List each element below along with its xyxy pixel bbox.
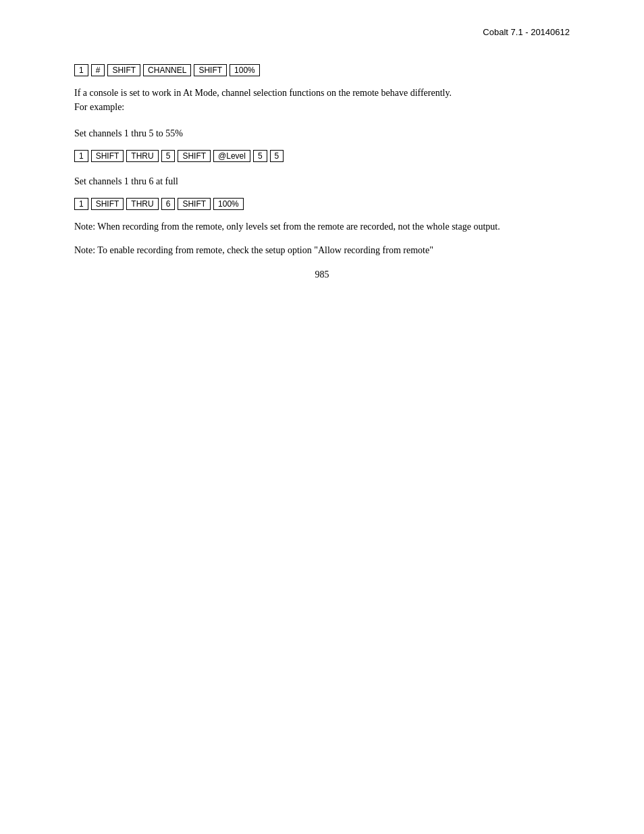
intro-line1: If a console is set to work in At Mode, … — [74, 88, 452, 98]
key-s2-shift2: SHIFT — [178, 198, 211, 210]
key-channel: CHANNEL — [143, 64, 191, 76]
key-s1-5a: 5 — [161, 150, 176, 162]
version-header: Cobalt 7.1 - 20140612 — [74, 27, 570, 37]
key-s1-1: 1 — [74, 150, 88, 162]
key-s2-1: 1 — [74, 198, 88, 210]
key-s1-shift2: SHIFT — [178, 150, 211, 162]
key-hash: # — [91, 64, 105, 76]
key-s2-100pct: 100% — [213, 198, 244, 210]
key-s1-5c: 5 — [270, 150, 284, 162]
key-1: 1 — [74, 64, 88, 76]
key-100pct: 100% — [230, 64, 260, 76]
key-s1-atlevel: @Level — [213, 150, 250, 162]
note2-text: Note: To enable recording from remote, c… — [74, 245, 433, 255]
section2-label: Set channels 1 thru 6 at full — [74, 174, 570, 188]
key-sequence-3: 1 SHIFT THRU 6 SHIFT 100% — [74, 198, 570, 210]
key-shift-2: SHIFT — [194, 64, 227, 76]
key-sequence-2: 1 SHIFT THRU 5 SHIFT @Level 5 5 — [74, 150, 570, 162]
note1-paragraph: Note: When recording from the remote, on… — [74, 219, 570, 234]
key-s1-shift1: SHIFT — [91, 150, 124, 162]
note2-paragraph: Note: To enable recording from remote, c… — [74, 243, 570, 257]
key-s1-thru: THRU — [126, 150, 158, 162]
key-sequence-1: 1 # SHIFT CHANNEL SHIFT 100% — [74, 64, 570, 76]
page-container: Cobalt 7.1 - 20140612 1 # SHIFT CHANNEL … — [0, 0, 644, 307]
key-s2-shift1: SHIFT — [91, 198, 124, 210]
intro-paragraph: If a console is set to work in At Mode, … — [74, 86, 570, 114]
version-text: Cobalt 7.1 - 20140612 — [483, 27, 570, 37]
key-s2-6: 6 — [161, 198, 176, 210]
key-s1-5b: 5 — [253, 150, 267, 162]
key-s2-thru: THRU — [126, 198, 158, 210]
key-shift-1: SHIFT — [107, 64, 140, 76]
section1-label: Set channels 1 thru 5 to 55% — [74, 126, 570, 140]
intro-line2: For example: — [74, 102, 124, 112]
note1-text: Note: When recording from the remote, on… — [74, 221, 500, 232]
page-number: 985 — [0, 269, 644, 280]
